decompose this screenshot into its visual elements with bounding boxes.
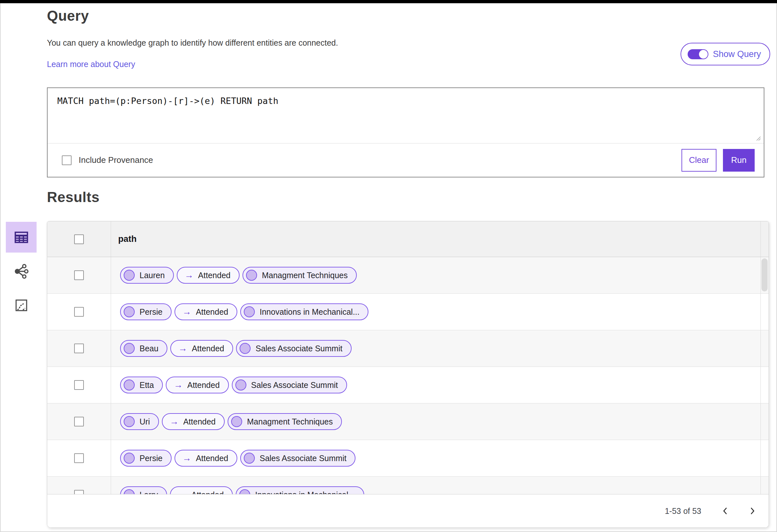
- target-label: Sales Associate Summit: [251, 381, 338, 390]
- target-pill[interactable]: Innovations in Mechanical...: [236, 486, 364, 494]
- learn-more-link[interactable]: Learn more about Query: [47, 60, 135, 69]
- arrow-right-icon: →: [182, 307, 191, 316]
- node-circle-icon: [124, 453, 135, 464]
- pagination-bar: 1-53 of 53: [47, 494, 769, 527]
- target-circle-icon: [244, 306, 255, 317]
- edge-label: Attended: [191, 490, 224, 495]
- node-circle-icon: [124, 489, 135, 494]
- query-footer: Include Provenance Clear Run: [47, 143, 764, 177]
- page-description: You can query a knowledge graph to ident…: [47, 38, 338, 47]
- edge-label: Attended: [196, 307, 228, 317]
- table-row: Persie → Attended Innovations in Mechani…: [47, 294, 769, 330]
- table-row: Uri → Attended Managment Techniques: [47, 404, 769, 440]
- chart-view-button[interactable]: [6, 290, 36, 321]
- graph-view-button[interactable]: [6, 256, 36, 287]
- row-checkbox[interactable]: [74, 490, 84, 494]
- node-label: Uri: [139, 417, 150, 426]
- target-circle-icon: [235, 380, 246, 391]
- table-row: Persie → Attended Sales Associate Summit: [47, 440, 769, 476]
- edge-pill[interactable]: → Attended: [162, 413, 225, 430]
- run-button[interactable]: Run: [723, 149, 755, 172]
- include-provenance-label: Include Provenance: [79, 155, 153, 165]
- target-label: Managment Techniques: [247, 417, 333, 426]
- target-circle-icon: [240, 343, 250, 354]
- show-query-toggle[interactable]: Show Query: [680, 43, 770, 66]
- node-pill[interactable]: Beau: [120, 340, 168, 357]
- node-label: Beau: [139, 344, 158, 353]
- chevron-right-icon: [748, 507, 757, 515]
- edge-pill[interactable]: → Attended: [166, 377, 229, 394]
- target-pill[interactable]: Managment Techniques: [228, 413, 342, 430]
- window-top-bar: [0, 0, 777, 3]
- table-row: Beau → Attended Sales Associate Summit: [47, 330, 769, 367]
- target-pill[interactable]: Sales Associate Summit: [232, 377, 347, 394]
- edge-pill[interactable]: → Attended: [175, 450, 237, 466]
- scrollbar-thumb[interactable]: [762, 258, 768, 292]
- edge-pill[interactable]: → Attended: [175, 303, 237, 320]
- toggle-knob-icon: [699, 50, 708, 59]
- clear-button[interactable]: Clear: [681, 149, 716, 172]
- include-provenance-checkbox[interactable]: [62, 155, 72, 165]
- row-checkbox[interactable]: [74, 453, 84, 463]
- target-label: Innovations in Mechanical...: [255, 490, 355, 495]
- edge-pill[interactable]: → Attended: [170, 486, 233, 494]
- node-label: Persie: [139, 307, 162, 317]
- arrow-right-icon: →: [174, 381, 183, 390]
- row-checkbox[interactable]: [74, 307, 84, 317]
- target-pill[interactable]: Sales Associate Summit: [240, 450, 355, 466]
- resize-grip-icon[interactable]: [755, 135, 761, 141]
- edge-label: Attended: [198, 271, 230, 280]
- node-label: Persie: [139, 454, 162, 463]
- table-icon: [13, 229, 29, 245]
- edge-label: Attended: [183, 417, 216, 426]
- chart-icon: [14, 298, 29, 313]
- node-pill[interactable]: Larry: [120, 486, 167, 494]
- query-input[interactable]: MATCH path=(p:Person)-[r]->(e) RETURN pa…: [47, 88, 764, 143]
- node-label: Larry: [139, 490, 158, 495]
- target-label: Managment Techniques: [262, 271, 348, 280]
- toggle-track-icon: [688, 49, 708, 59]
- row-checkbox[interactable]: [74, 380, 84, 390]
- target-circle-icon: [244, 453, 255, 464]
- arrow-right-icon: →: [182, 454, 191, 463]
- edge-pill[interactable]: → Attended: [177, 267, 240, 284]
- row-checkbox[interactable]: [74, 417, 84, 426]
- node-pill[interactable]: Lauren: [120, 267, 174, 284]
- select-all-checkbox[interactable]: [74, 234, 84, 244]
- node-circle-icon: [124, 270, 135, 281]
- results-table-card: path Lauren → Attended Managment Techniq…: [47, 221, 769, 528]
- target-pill[interactable]: Sales Associate Summit: [236, 340, 351, 357]
- row-checkbox[interactable]: [74, 343, 84, 353]
- arrow-right-icon: →: [178, 490, 187, 494]
- query-editor-panel: MATCH path=(p:Person)-[r]->(e) RETURN pa…: [47, 87, 764, 178]
- row-checkbox[interactable]: [74, 271, 84, 280]
- target-label: Sales Associate Summit: [255, 344, 342, 353]
- node-label: Etta: [139, 381, 154, 390]
- target-pill[interactable]: Innovations in Mechanical...: [240, 303, 369, 320]
- node-pill[interactable]: Etta: [120, 377, 163, 394]
- node-pill[interactable]: Uri: [120, 413, 159, 430]
- target-circle-icon: [239, 489, 250, 494]
- table-body: Lauren → Attended Managment Techniques P…: [47, 257, 769, 494]
- show-query-label: Show Query: [713, 49, 761, 59]
- node-pill[interactable]: Persie: [120, 450, 172, 466]
- next-page-button[interactable]: [745, 503, 760, 519]
- view-switcher: [6, 222, 36, 321]
- target-label: Innovations in Mechanical...: [260, 307, 360, 317]
- target-circle-icon: [231, 416, 242, 427]
- arrow-right-icon: →: [170, 417, 179, 426]
- target-pill[interactable]: Managment Techniques: [242, 267, 357, 284]
- node-circle-icon: [124, 343, 135, 354]
- graph-icon: [13, 263, 29, 280]
- arrow-right-icon: →: [185, 271, 194, 280]
- edge-label: Attended: [192, 344, 224, 353]
- page-title: Query: [47, 8, 89, 24]
- results-title: Results: [47, 189, 99, 205]
- node-label: Lauren: [139, 271, 165, 280]
- edge-pill[interactable]: → Attended: [170, 340, 233, 357]
- node-circle-icon: [124, 306, 135, 317]
- target-circle-icon: [246, 270, 257, 281]
- prev-page-button[interactable]: [717, 503, 733, 519]
- node-pill[interactable]: Persie: [120, 303, 172, 320]
- table-view-button[interactable]: [6, 222, 36, 252]
